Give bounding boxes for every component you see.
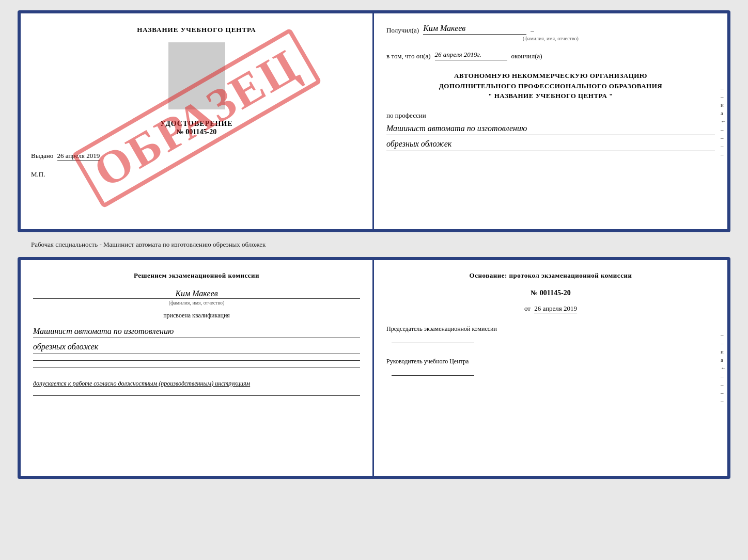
vydano-date: 26 апреля 2019	[57, 152, 100, 161]
rukovoditel-block: Руководитель учебного Центра	[386, 357, 715, 376]
top-left-panel: НАЗВАНИЕ УЧЕБНОГО ЦЕНТРА ОБРАЗЕЦ УДОСТОВ…	[21, 13, 374, 229]
kvalif-section: Машинист автомата по изготовлению обрезн…	[33, 323, 360, 354]
cert-number: № 001145-20	[31, 128, 362, 136]
osnovanie-title: Основание: протокол экзаменационной коми…	[386, 270, 715, 281]
separator1	[33, 360, 360, 361]
bottom-left-panel: Решением экзаменационной комиссии Ким Ма…	[21, 260, 374, 476]
rukovoditel-signature-line	[392, 375, 474, 376]
professiya-line2: обрезных обложек	[386, 137, 715, 151]
org-block: АВТОНОМНУЮ НЕКОММЕРЧЕСКУЮ ОРГАНИЗАЦИЮ ДО…	[386, 71, 715, 101]
poluchil-label: Получил(а)	[386, 26, 419, 35]
kvalif-line1: Машинист автомата по изготовлению	[33, 325, 360, 339]
professiya-line1: Машинист автомата по изготовлению	[386, 122, 715, 136]
poluchil-section: Получил(а) Ким Макеев – (фамилия, имя, о…	[386, 24, 715, 41]
specialty-label: Рабочая специальность - Машинист автомат…	[31, 241, 266, 249]
bottom-right-edge: – – и а ← – – – –	[721, 260, 726, 476]
kvalif-line2: обрезных обложек	[33, 340, 360, 354]
prisvoena-label: присвоена квалификация	[33, 312, 360, 319]
ot-date: 26 апреля 2019	[534, 305, 577, 313]
org-line2: ДОПОЛНИТЕЛЬНОГО ПРОФЕССИОНАЛЬНОГО ОБРАЗО…	[386, 81, 715, 91]
predsedatel-block: Председатель экзаменационной комиссии	[386, 324, 715, 343]
po-professii-section: по профессии Машинист автомата по изгото…	[386, 111, 715, 151]
top-left-title: НАЗВАНИЕ УЧЕБНОГО ЦЕНТРА	[31, 26, 362, 34]
poluchil-name: Ким Макеев	[423, 24, 526, 35]
vtom-date: 26 апреля 2019г.	[435, 51, 507, 60]
dopuskaetsya-label: допускается к	[33, 380, 71, 387]
fio-hint-bottom: (фамилия, имя, отчество)	[33, 300, 360, 306]
cert-block: УДОСТОВЕРЕНИЕ № 001145-20	[31, 120, 362, 136]
protocol-nomer: № 001145-20	[386, 289, 715, 297]
fio-hint-top: (фамилия, имя, отчество)	[386, 36, 715, 41]
dopuskaetsya-value: работе согласно должностным (производств…	[72, 380, 250, 387]
komissia-fio-section: Ким Макеев (фамилия, имя, отчество)	[33, 287, 360, 306]
po-professii-label: по профессии	[386, 111, 715, 120]
right-edge: – – и а ← – – – –	[721, 13, 726, 229]
mp-label: М.П.	[31, 170, 362, 179]
komissia-fio: Ким Макеев	[33, 289, 360, 299]
okonchil-label: окончил(а)	[511, 52, 542, 60]
ot-label: от	[524, 305, 531, 312]
vydano-label: Выдано	[31, 152, 53, 159]
protocol-date: от 26 апреля 2019	[386, 305, 715, 313]
photo-placeholder	[168, 42, 225, 109]
separator2	[33, 367, 360, 367]
poluchil-row: Получил(а) Ким Макеев –	[386, 24, 715, 35]
cert-label: УДОСТОВЕРЕНИЕ	[31, 120, 362, 128]
org-line1: АВТОНОМНУЮ НЕКОММЕРЧЕСКУЮ ОРГАНИЗАЦИЮ	[386, 71, 715, 81]
vydano-block: Выдано 26 апреля 2019	[31, 152, 362, 160]
top-document-pair: НАЗВАНИЕ УЧЕБНОГО ЦЕНТРА ОБРАЗЕЦ УДОСТОВ…	[18, 10, 730, 232]
vtom-label: в том, что он(а)	[386, 52, 431, 60]
rukovoditel-label: Руководитель учебного Центра	[386, 357, 715, 366]
top-right-panel: Получил(а) Ким Макеев – (фамилия, имя, о…	[374, 13, 727, 229]
predsedatel-label: Председатель экзаменационной комиссии	[386, 324, 715, 333]
dopuskaetsya-block: допускается к работе согласно должностны…	[33, 379, 360, 388]
vtom-row: в том, что он(а) 26 апреля 2019г. окончи…	[386, 51, 715, 60]
org-line3: " НАЗВАНИЕ УЧЕБНОГО ЦЕНТРА "	[386, 91, 715, 101]
predsedatel-signature-line	[392, 343, 474, 343]
bottom-right-panel: Основание: протокол экзаменационной коми…	[374, 260, 727, 476]
separator3	[33, 395, 360, 396]
resheniem-title: Решением экзаменационной комиссии	[33, 270, 360, 281]
bottom-document-pair: Решением экзаменационной комиссии Ким Ма…	[18, 257, 730, 479]
